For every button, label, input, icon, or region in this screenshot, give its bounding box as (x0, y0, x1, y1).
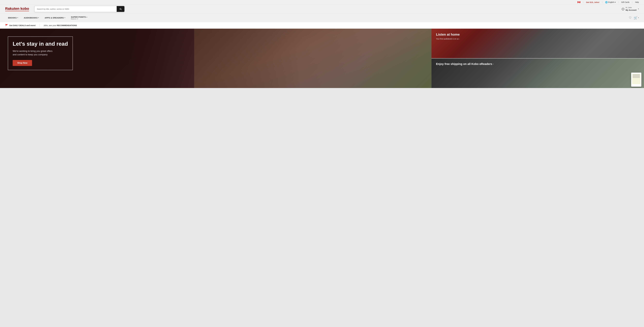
search-box (34, 6, 125, 12)
divider-1: | (583, 1, 584, 3)
ereader-screen (632, 74, 640, 84)
cart-icon: 🛒 (634, 16, 638, 20)
wishlist-button[interactable]: ♡ (629, 16, 632, 20)
cart-button[interactable]: 🛒 ▾ (634, 16, 639, 20)
hero-section: Let's stay in and read We're working to … (0, 29, 644, 88)
nav-item-apps-ereaders[interactable]: APPS & eREADERS ▾ (42, 14, 68, 21)
ereader-line-2 (633, 75, 640, 75)
nav-item-super-points[interactable]: SUPER POINTS ▾ Balance: 0 (68, 13, 90, 22)
language-selector[interactable]: 🌐 English ▾ (605, 1, 616, 3)
ereader-line-4 (633, 76, 640, 76)
logo-underline (5, 11, 29, 11)
side-banner-ereaders[interactable]: Enjoy free shipping on all Kobo eReaders… (432, 58, 644, 88)
side-banner-ereaders-title: Enjoy free shipping on all Kobo eReaders… (436, 62, 640, 66)
ereader-line-6 (633, 77, 640, 78)
divider-3: | (618, 1, 619, 3)
audiobooks-chevron-icon: ▾ (38, 17, 39, 18)
ereader-lines (632, 74, 640, 79)
side-banner-ereaders-title-text: Enjoy free shipping on all Kobo eReaders (436, 62, 492, 66)
side-banner-listen-subtitle: Your first audiobook is on us › (436, 38, 640, 40)
search-container (34, 6, 125, 12)
ereader-line-3 (633, 76, 640, 76)
super-points-balance: Balance: 0 (71, 18, 87, 20)
main-banner: Let's stay in and read We're working to … (0, 29, 432, 88)
account-greeting: Hi, John (626, 6, 636, 9)
promo-strip: 🚩 Get DAILY DEALS and more! John, see yo… (0, 22, 644, 29)
side-banner-top-content: Listen at home Your first audiobook is o… (432, 29, 644, 44)
side-banner-bottom-chevron-icon: › (493, 63, 494, 65)
recs-highlight: RECOMMENDATIONS (57, 24, 77, 26)
ereader-line-5 (633, 77, 640, 77)
promo-deals-text[interactable]: Get DAILY DEALS and more! (9, 24, 36, 26)
wishlist-icon: ♡ (629, 16, 632, 20)
nav-label-super-points: SUPER POINTS (71, 16, 86, 18)
gift-cards-link[interactable]: Gift Cards (621, 1, 630, 3)
nav-item-audiobooks[interactable]: AUDIOBOOKS ▾ (21, 14, 42, 21)
divider-2: | (602, 1, 602, 3)
promo-divider (40, 24, 40, 26)
site-header: Rakuten kobo ⊙ Hi, John My Account ▾ (0, 4, 644, 13)
banner-frame: Let's stay in and read We're working to … (8, 36, 73, 70)
ereader-device (631, 72, 642, 87)
site-logo: Rakuten kobo (5, 7, 29, 10)
top-utility-bar: 🇨🇦 | Get $15, John! | 🌐 English ▾ | Gift… (0, 0, 644, 4)
nav-icons: ♡ 🛒 ▾ (629, 16, 639, 20)
main-nav: eBOOKS ▾ AUDIOBOOKS ▾ APPS & eREADERS ▾ … (0, 13, 644, 22)
search-button[interactable] (117, 6, 124, 12)
side-banner-bottom-content: Enjoy free shipping on all Kobo eReaders… (432, 58, 644, 71)
banner-subtitle: We're working to bring you great offers … (13, 49, 56, 56)
promo-text[interactable]: Get $15, John! (586, 1, 599, 3)
search-icon (119, 8, 122, 10)
account-section[interactable]: ⊙ Hi, John My Account ▾ (622, 6, 639, 11)
account-text: Hi, John My Account (626, 6, 636, 11)
language-label: English (608, 1, 614, 3)
side-banner-listen-title: Listen at home (436, 32, 640, 36)
side-banners: Listen at home Your first audiobook is o… (432, 29, 644, 88)
shop-now-button[interactable]: Shop Now (13, 60, 32, 66)
banner-title: Let's stay in and read (13, 41, 68, 47)
logo-rakuten: Rakuten (5, 6, 20, 10)
nav-label-audiobooks: AUDIOBOOKS (24, 17, 38, 19)
side-banner-top-chevron-icon: › (459, 38, 460, 40)
language-chevron-icon: ▾ (615, 1, 616, 3)
nav-item-ebooks[interactable]: eBOOKS ▾ (5, 14, 21, 21)
side-banner-listen[interactable]: Listen at home Your first audiobook is o… (432, 29, 644, 58)
account-icon: ⊙ (622, 7, 624, 11)
nav-label-ebooks: eBOOKS (8, 17, 17, 19)
search-input[interactable] (34, 6, 117, 12)
cart-chevron-icon: ▾ (638, 17, 639, 18)
ereader-line-1 (633, 74, 640, 75)
help-link[interactable]: Help (635, 1, 639, 3)
promo-flag-icon: 🚩 (5, 24, 8, 27)
nav-label-apps-ereaders: APPS & eREADERS (45, 17, 64, 19)
globe-icon: 🌐 (605, 1, 608, 3)
logo-container[interactable]: Rakuten kobo (5, 7, 29, 11)
super-points-chevron-icon: ▾ (86, 16, 87, 18)
account-chevron-icon: ▾ (638, 8, 639, 10)
account-label: My Account (626, 9, 636, 11)
divider-4: | (632, 1, 632, 3)
canada-flag-icon: 🇨🇦 (578, 1, 580, 3)
apps-chevron-icon: ▾ (64, 17, 65, 18)
logo-kobo-text: kobo (20, 6, 29, 10)
side-banner-listen-subtitle-text: Your first audiobook is on us (436, 38, 458, 40)
banner-content: Let's stay in and read We're working to … (0, 29, 432, 77)
ebooks-chevron-icon: ▾ (17, 17, 18, 18)
promo-recs-text[interactable]: John, see your RECOMMENDATIONS (44, 24, 77, 26)
